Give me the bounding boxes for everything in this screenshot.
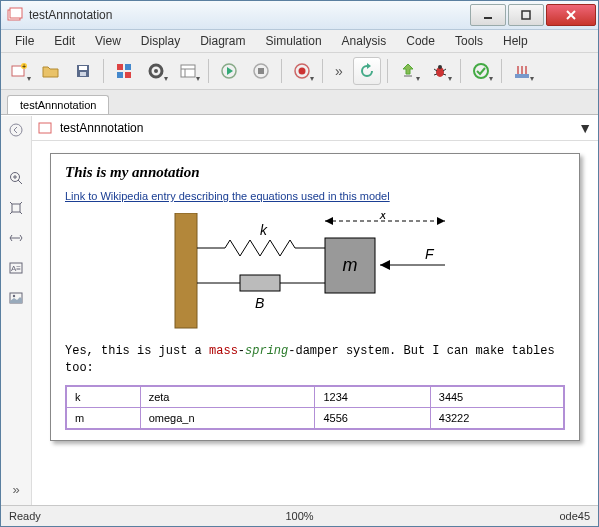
- menu-code[interactable]: Code: [396, 32, 445, 50]
- label-k: k: [260, 222, 268, 238]
- svg-rect-3: [522, 11, 530, 19]
- titlebar: testAnnnotation: [1, 1, 598, 30]
- status-solver[interactable]: ode45: [559, 510, 590, 522]
- palette-expand-icon[interactable]: »: [6, 479, 26, 499]
- menu-view[interactable]: View: [85, 32, 131, 50]
- svg-rect-11: [80, 72, 86, 76]
- annotation-body: Yes, this is just a mass-spring-damper s…: [65, 343, 565, 377]
- svg-rect-18: [181, 65, 195, 77]
- menu-simulation[interactable]: Simulation: [256, 32, 332, 50]
- svg-marker-58: [325, 217, 333, 225]
- new-model-button[interactable]: +▾: [5, 57, 33, 85]
- mass-spring-diagram: m k B x F: [165, 213, 465, 333]
- zoom-in-icon[interactable]: [6, 168, 26, 188]
- svg-marker-59: [437, 217, 445, 225]
- workarea: A≡ » testAnnnotation ▼ This is my annota…: [1, 115, 598, 505]
- svg-rect-10: [79, 66, 87, 70]
- update-diagram-button[interactable]: [353, 57, 381, 85]
- svg-point-34: [474, 64, 488, 78]
- stop-button[interactable]: [247, 57, 275, 85]
- maximize-button[interactable]: [508, 4, 544, 26]
- breadcrumb-label[interactable]: testAnnnotation: [60, 121, 143, 135]
- model-config-button[interactable]: ▾: [142, 57, 170, 85]
- app-icon: [7, 7, 23, 23]
- svg-rect-49: [39, 123, 51, 133]
- model-canvas[interactable]: This is my annotation Link to Wikipedia …: [32, 141, 598, 505]
- toolbar-sep: [322, 59, 323, 83]
- svg-rect-44: [12, 204, 20, 212]
- open-button[interactable]: [37, 57, 65, 85]
- canvas-wrap: testAnnnotation ▼ This is my annotation …: [32, 116, 598, 505]
- model-icon: [38, 121, 54, 135]
- menu-help[interactable]: Help: [493, 32, 538, 50]
- status-zoom[interactable]: 100%: [285, 510, 313, 522]
- toolbar-sep: [208, 59, 209, 83]
- menu-edit[interactable]: Edit: [44, 32, 85, 50]
- breadcrumb-dropdown-icon[interactable]: ▼: [578, 120, 592, 136]
- svg-text:+: +: [22, 63, 26, 70]
- annotation-link[interactable]: Link to Wikipedia entry describing the e…: [65, 190, 390, 202]
- debug-button[interactable]: ▾: [426, 57, 454, 85]
- svg-point-17: [154, 69, 158, 73]
- svg-rect-50: [175, 213, 197, 328]
- model-explorer-button[interactable]: ▾: [174, 57, 202, 85]
- menu-file[interactable]: File: [5, 32, 44, 50]
- menu-diagram[interactable]: Diagram: [190, 32, 255, 50]
- svg-marker-61: [380, 260, 390, 270]
- menu-display[interactable]: Display: [131, 32, 190, 50]
- svg-rect-54: [240, 275, 280, 291]
- label-F: F: [425, 246, 435, 262]
- previous-view-icon[interactable]: [6, 228, 26, 248]
- toolbar-sep: [501, 59, 502, 83]
- label-B: B: [255, 295, 264, 311]
- svg-point-39: [10, 124, 22, 136]
- svg-rect-24: [258, 68, 264, 74]
- menu-analysis[interactable]: Analysis: [332, 32, 397, 50]
- close-button[interactable]: [546, 4, 596, 26]
- record-button[interactable]: ▾: [288, 57, 316, 85]
- toolbar-sep: [460, 59, 461, 83]
- svg-rect-1: [10, 8, 22, 18]
- breadcrumb-bar: testAnnnotation ▼: [32, 116, 598, 141]
- annotation-tool-icon[interactable]: A≡: [6, 258, 26, 278]
- svg-rect-15: [125, 72, 131, 78]
- svg-line-41: [18, 180, 22, 184]
- annotation-block[interactable]: This is my annotation Link to Wikipedia …: [50, 153, 580, 441]
- svg-point-33: [438, 65, 442, 69]
- svg-rect-27: [404, 75, 412, 77]
- navigate-back-button[interactable]: [6, 120, 26, 140]
- tabstrip: testAnnnotation: [1, 90, 598, 115]
- window-buttons: [468, 4, 596, 26]
- fit-to-view-icon[interactable]: [6, 198, 26, 218]
- annotation-heading: This is my annotation: [65, 164, 565, 181]
- status-ready: Ready: [9, 510, 41, 522]
- table-row: m omega_n 4556 43222: [66, 407, 564, 429]
- table-row: k zeta 1234 3445: [66, 386, 564, 408]
- simulation-stepper-button[interactable]: ▾: [508, 57, 536, 85]
- toolbar-sep: [281, 59, 282, 83]
- svg-line-31: [434, 74, 437, 75]
- svg-rect-35: [515, 74, 529, 78]
- app-window: testAnnnotation File Edit View Display D…: [0, 0, 599, 527]
- minimize-button[interactable]: [470, 4, 506, 26]
- model-advisor-button[interactable]: ▾: [467, 57, 495, 85]
- toolbar-sep: [387, 59, 388, 83]
- build-button[interactable]: ▾: [394, 57, 422, 85]
- save-button[interactable]: [69, 57, 97, 85]
- library-browser-button[interactable]: [110, 57, 138, 85]
- toolbar: +▾ ▾ ▾ ▾ » ▾ ▾ ▾ ▾: [1, 53, 598, 90]
- svg-rect-13: [125, 64, 131, 70]
- annotation-table: k zeta 1234 3445 m omega_n 4556 43222: [65, 385, 565, 430]
- run-button[interactable]: [215, 57, 243, 85]
- tab-model[interactable]: testAnnnotation: [7, 95, 109, 114]
- label-x: x: [379, 213, 387, 222]
- image-tool-icon[interactable]: [6, 288, 26, 308]
- menu-tools[interactable]: Tools: [445, 32, 493, 50]
- svg-rect-12: [117, 64, 123, 70]
- statusbar: Ready 100% ode45: [1, 505, 598, 526]
- label-m: m: [343, 255, 358, 275]
- svg-text:A≡: A≡: [11, 264, 21, 273]
- svg-marker-22: [227, 67, 233, 75]
- svg-point-48: [13, 295, 15, 297]
- toolbar-more[interactable]: »: [329, 57, 349, 85]
